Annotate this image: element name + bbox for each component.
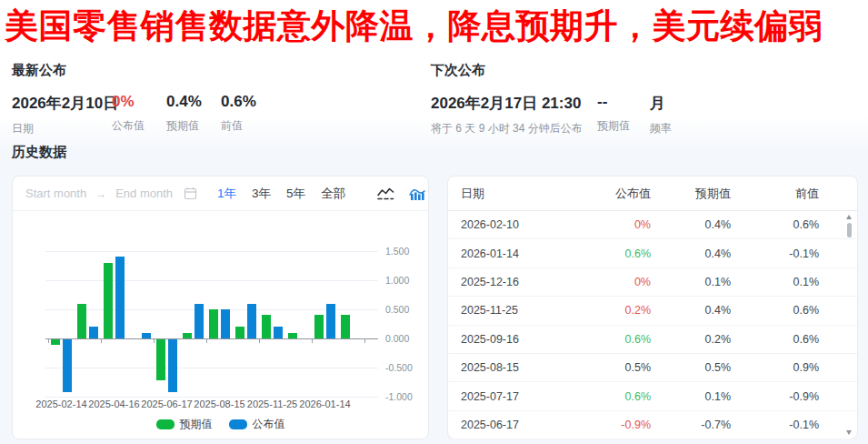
cell-expected: -0.7% (651, 419, 731, 431)
chart-bar[interactable] (262, 315, 271, 338)
cell-date: 2025-09-16 (461, 333, 551, 346)
cell-published: 0% (551, 276, 651, 288)
cell-published: 0.6% (551, 333, 651, 346)
bar-chart-icon[interactable] (409, 187, 426, 201)
range-button[interactable]: 3年 (252, 186, 271, 202)
axis-tick (48, 339, 49, 343)
cell-expected: 0.5% (651, 361, 731, 374)
chart-bar[interactable] (142, 333, 151, 338)
cell-date: 2025-07-17 (461, 390, 551, 403)
cell-expected: 0.1% (651, 276, 731, 288)
chart-bar[interactable] (209, 309, 218, 338)
cell-expected: 0.4% (651, 218, 731, 231)
table-row[interactable]: 2026-02-100%0.4%0.6% (448, 211, 857, 239)
chart-bar[interactable] (341, 315, 350, 338)
axis-tick (364, 339, 365, 343)
chart-legend: 预期值公布值 (13, 417, 428, 432)
cell-previous: -0.9% (731, 390, 819, 403)
table-row[interactable]: 2025-09-160.6%0.2%0.6% (448, 326, 857, 354)
y-axis-label: -1.000 (385, 391, 413, 402)
cell-date: 2025-06-17 (461, 419, 551, 431)
axis-tick (101, 339, 102, 343)
latest-release-heading: 最新公布 (12, 62, 275, 79)
chart-bar[interactable] (326, 304, 335, 338)
calendar-icon[interactable] (184, 187, 197, 200)
table-header: 日期 公布值 预期值 前值 (448, 177, 857, 211)
table-body: 2026-02-100%0.4%0.6%2026-01-140.6%0.4%-0… (448, 211, 857, 439)
next-expected-label: 预期值 (597, 118, 650, 134)
y-axis-label: 1.500 (385, 246, 409, 257)
chart-bar[interactable] (235, 327, 244, 338)
cell-published: 0.6% (551, 247, 651, 260)
scrollbar-thumb[interactable] (847, 223, 852, 237)
cell-expected: 0.1% (651, 390, 731, 403)
table-scrollbar[interactable] (846, 215, 853, 435)
axis-tick (259, 339, 260, 343)
next-datetime: 2026年2月17日 21:30 将于 6 天 9 小时 34 分钟后公布 (431, 93, 597, 136)
bar-chart-plot: 1.5001.0000.5000.000-0.500-1.0002025-02-… (13, 211, 428, 415)
end-month-input[interactable]: End month (115, 187, 173, 200)
scroll-down-arrow-icon[interactable] (846, 430, 852, 435)
chart-toolbar: Start month → End month 1年3年5年全部 (13, 177, 428, 211)
history-heading: 历史数据 (12, 144, 66, 161)
line-chart-icon[interactable] (377, 187, 394, 201)
cell-date: 2025-08-15 (461, 361, 551, 374)
y-axis-label: -0.500 (385, 362, 413, 373)
chart-bar[interactable] (247, 304, 256, 338)
cell-expected: 0.4% (651, 247, 731, 260)
legend-label: 公布值 (253, 417, 285, 432)
chart-bar[interactable] (104, 263, 113, 338)
table-row[interactable]: 2025-06-17-0.9%-0.7%-0.1% (448, 411, 857, 439)
legend-item[interactable]: 公布值 (229, 417, 285, 432)
table-row[interactable]: 2025-08-150.5%0.5%0.9% (448, 354, 857, 382)
next-frequency: 月 频率 (650, 93, 695, 136)
chart-bar[interactable] (168, 339, 177, 392)
cell-previous: 0.6% (731, 218, 819, 231)
cell-expected: 0.4% (651, 304, 731, 317)
range-button-group: 1年3年5年全部 (217, 186, 361, 202)
latest-previous-label: 前值 (221, 118, 275, 134)
chart-bar[interactable] (63, 339, 72, 392)
next-frequency-value: 月 (650, 93, 695, 114)
chart-bar[interactable] (156, 339, 165, 380)
chart-bar[interactable] (314, 315, 324, 338)
cell-expected: 0.2% (651, 333, 731, 346)
chart-bar[interactable] (195, 304, 204, 338)
range-button[interactable]: 5年 (286, 186, 305, 202)
latest-expected-value: 0.4% (166, 93, 221, 111)
scroll-up-arrow-icon[interactable] (846, 215, 852, 219)
header-published: 公布值 (551, 186, 651, 202)
start-month-input[interactable]: Start month (25, 187, 86, 200)
cell-date: 2025-11-25 (461, 304, 551, 317)
latest-expected: 0.4% 预期值 (166, 93, 221, 136)
chart-bar[interactable] (274, 327, 283, 338)
next-countdown-label: 将于 6 天 9 小时 34 分钟后公布 (431, 121, 597, 136)
cell-previous: 0.6% (731, 333, 819, 346)
chart-bar[interactable] (183, 333, 192, 338)
cell-published: 0% (551, 218, 651, 231)
gridline (45, 397, 378, 398)
table-row[interactable]: 2025-07-170.6%0.1%-0.9% (448, 382, 857, 410)
cell-previous: 0.9% (731, 361, 819, 374)
axis-tick (312, 339, 313, 343)
table-row[interactable]: 2025-12-160%0.1%0.1% (448, 268, 857, 297)
y-axis-label: 0.500 (385, 304, 409, 315)
latest-previous: 0.6% 前值 (221, 93, 275, 136)
cell-previous: -0.1% (731, 247, 819, 260)
header-previous: 前值 (731, 186, 819, 202)
chart-bar[interactable] (288, 333, 297, 338)
legend-item[interactable]: 预期值 (156, 417, 213, 432)
content-area: 最新公布 2026年2月10日 日期 0% 公布值 0.4% 预期值 0.6% … (0, 53, 868, 444)
latest-published: 0% 公布值 (112, 93, 166, 136)
chart-bar[interactable] (115, 257, 125, 338)
range-button[interactable]: 全部 (321, 186, 345, 202)
latest-date-value: 2026年2月10日 (12, 93, 112, 114)
table-row[interactable]: 2026-01-140.6%0.4%-0.1% (448, 239, 857, 267)
range-button[interactable]: 1年 (217, 186, 236, 202)
cell-published: 0.2% (551, 304, 651, 317)
chart-bar[interactable] (51, 339, 60, 345)
chart-bar[interactable] (89, 327, 98, 338)
chart-bar[interactable] (77, 304, 86, 338)
chart-bar[interactable] (221, 309, 230, 338)
table-row[interactable]: 2025-11-250.2%0.4%0.6% (448, 297, 857, 325)
